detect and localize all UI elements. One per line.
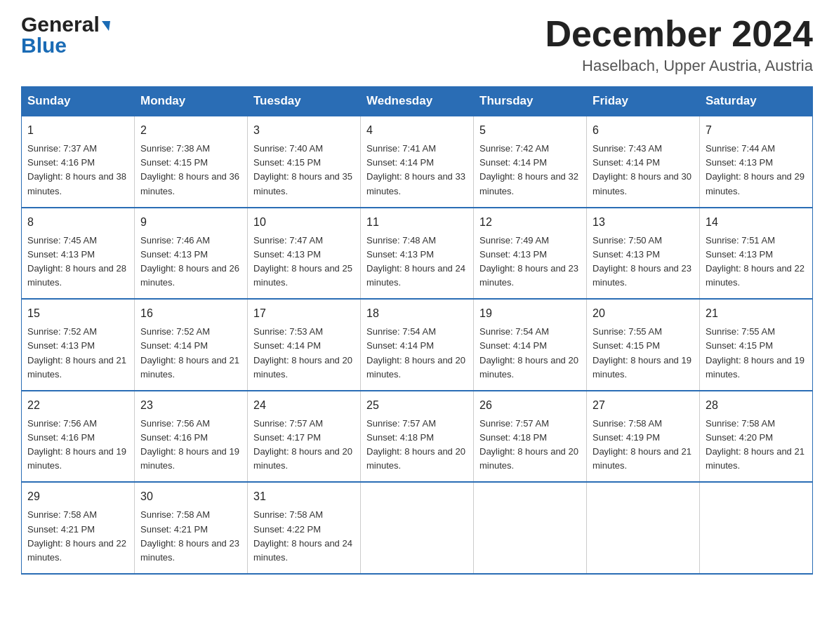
page-header: General Blue December 2024 Haselbach, Up… [21,14,813,75]
day-number: 23 [140,397,241,414]
day-number: 11 [366,214,468,231]
calendar-cell: 1 Sunrise: 7:37 AM Sunset: 4:16 PM Dayli… [22,116,135,208]
week-row-1: 1 Sunrise: 7:37 AM Sunset: 4:16 PM Dayli… [22,116,813,208]
day-number: 2 [140,122,241,139]
day-info: Sunrise: 7:52 AM Sunset: 4:13 PM Dayligh… [27,325,128,382]
calendar-cell: 23 Sunrise: 7:56 AM Sunset: 4:16 PM Dayl… [135,391,248,483]
calendar-cell: 20 Sunrise: 7:55 AM Sunset: 4:15 PM Dayl… [587,299,700,391]
day-info: Sunrise: 7:55 AM Sunset: 4:15 PM Dayligh… [593,325,694,382]
day-number: 10 [253,214,355,231]
calendar-cell: 16 Sunrise: 7:52 AM Sunset: 4:14 PM Dayl… [135,299,248,391]
day-number: 8 [27,214,128,231]
location: Haselbach, Upper Austria, Austria [545,57,813,75]
day-info: Sunrise: 7:40 AM Sunset: 4:15 PM Dayligh… [253,142,355,199]
day-number: 26 [479,397,581,414]
calendar-cell: 4 Sunrise: 7:41 AM Sunset: 4:14 PM Dayli… [361,116,474,208]
calendar-cell: 8 Sunrise: 7:45 AM Sunset: 4:13 PM Dayli… [22,208,135,300]
day-number: 5 [479,122,581,139]
calendar-cell: 3 Sunrise: 7:40 AM Sunset: 4:15 PM Dayli… [248,116,361,208]
day-number: 7 [706,122,807,139]
day-number: 24 [253,397,355,414]
day-number: 9 [140,214,241,231]
day-info: Sunrise: 7:49 AM Sunset: 4:13 PM Dayligh… [479,234,581,290]
calendar-cell: 21 Sunrise: 7:55 AM Sunset: 4:15 PM Dayl… [700,299,813,391]
calendar-cell: 15 Sunrise: 7:52 AM Sunset: 4:13 PM Dayl… [22,299,135,391]
calendar-cell: 19 Sunrise: 7:54 AM Sunset: 4:14 PM Dayl… [474,299,587,391]
day-number: 30 [140,488,241,505]
calendar-cell: 6 Sunrise: 7:43 AM Sunset: 4:14 PM Dayli… [587,116,700,208]
calendar-cell: 5 Sunrise: 7:42 AM Sunset: 4:14 PM Dayli… [474,116,587,208]
day-info: Sunrise: 7:57 AM Sunset: 4:18 PM Dayligh… [479,417,581,474]
day-number: 14 [706,214,807,231]
day-number: 4 [366,122,468,139]
day-info: Sunrise: 7:37 AM Sunset: 4:16 PM Dayligh… [27,142,128,199]
day-number: 13 [593,214,694,231]
day-number: 18 [366,305,468,322]
day-info: Sunrise: 7:53 AM Sunset: 4:14 PM Dayligh… [253,325,355,382]
calendar-cell: 13 Sunrise: 7:50 AM Sunset: 4:13 PM Dayl… [587,208,700,300]
day-info: Sunrise: 7:52 AM Sunset: 4:14 PM Dayligh… [140,325,241,382]
week-row-3: 15 Sunrise: 7:52 AM Sunset: 4:13 PM Dayl… [22,299,813,391]
day-info: Sunrise: 7:57 AM Sunset: 4:17 PM Dayligh… [253,417,355,474]
calendar-header: SundayMondayTuesdayWednesdayThursdayFrid… [22,87,813,116]
day-info: Sunrise: 7:48 AM Sunset: 4:13 PM Dayligh… [366,234,468,290]
logo: General Blue [21,14,110,56]
calendar-cell [361,482,474,574]
calendar-cell: 27 Sunrise: 7:58 AM Sunset: 4:19 PM Dayl… [587,391,700,483]
calendar-cell: 26 Sunrise: 7:57 AM Sunset: 4:18 PM Dayl… [474,391,587,483]
day-number: 22 [27,397,128,414]
calendar-cell [474,482,587,574]
calendar-cell [700,482,813,574]
weekday-monday: Monday [135,87,248,116]
day-info: Sunrise: 7:41 AM Sunset: 4:14 PM Dayligh… [366,142,468,199]
day-info: Sunrise: 7:50 AM Sunset: 4:13 PM Dayligh… [593,234,694,290]
day-number: 29 [27,488,128,505]
day-number: 20 [593,305,694,322]
day-number: 28 [706,397,807,414]
calendar-cell: 25 Sunrise: 7:57 AM Sunset: 4:18 PM Dayl… [361,391,474,483]
day-info: Sunrise: 7:44 AM Sunset: 4:13 PM Dayligh… [706,142,807,199]
calendar-cell: 2 Sunrise: 7:38 AM Sunset: 4:15 PM Dayli… [135,116,248,208]
day-info: Sunrise: 7:55 AM Sunset: 4:15 PM Dayligh… [706,325,807,382]
weekday-friday: Friday [587,87,700,116]
week-row-5: 29 Sunrise: 7:58 AM Sunset: 4:21 PM Dayl… [22,482,813,574]
logo-triangle-icon [102,21,110,31]
week-row-2: 8 Sunrise: 7:45 AM Sunset: 4:13 PM Dayli… [22,208,813,300]
calendar-cell: 24 Sunrise: 7:57 AM Sunset: 4:17 PM Dayl… [248,391,361,483]
calendar-cell: 17 Sunrise: 7:53 AM Sunset: 4:14 PM Dayl… [248,299,361,391]
day-number: 25 [366,397,468,414]
day-number: 15 [27,305,128,322]
weekday-header-row: SundayMondayTuesdayWednesdayThursdayFrid… [22,87,813,116]
calendar-body: 1 Sunrise: 7:37 AM Sunset: 4:16 PM Dayli… [22,116,813,574]
day-info: Sunrise: 7:38 AM Sunset: 4:15 PM Dayligh… [140,142,241,199]
day-info: Sunrise: 7:47 AM Sunset: 4:13 PM Dayligh… [253,234,355,290]
day-info: Sunrise: 7:54 AM Sunset: 4:14 PM Dayligh… [479,325,581,382]
calendar-cell: 11 Sunrise: 7:48 AM Sunset: 4:13 PM Dayl… [361,208,474,300]
day-info: Sunrise: 7:54 AM Sunset: 4:14 PM Dayligh… [366,325,468,382]
day-number: 31 [253,488,355,505]
day-info: Sunrise: 7:46 AM Sunset: 4:13 PM Dayligh… [140,234,241,290]
calendar-cell: 28 Sunrise: 7:58 AM Sunset: 4:20 PM Dayl… [700,391,813,483]
day-info: Sunrise: 7:42 AM Sunset: 4:14 PM Dayligh… [479,142,581,199]
day-number: 16 [140,305,241,322]
weekday-saturday: Saturday [700,87,813,116]
day-info: Sunrise: 7:57 AM Sunset: 4:18 PM Dayligh… [366,417,468,474]
day-number: 6 [593,122,694,139]
calendar-cell: 22 Sunrise: 7:56 AM Sunset: 4:16 PM Dayl… [22,391,135,483]
week-row-4: 22 Sunrise: 7:56 AM Sunset: 4:16 PM Dayl… [22,391,813,483]
day-info: Sunrise: 7:58 AM Sunset: 4:19 PM Dayligh… [593,417,694,474]
calendar-cell: 14 Sunrise: 7:51 AM Sunset: 4:13 PM Dayl… [700,208,813,300]
calendar-cell: 9 Sunrise: 7:46 AM Sunset: 4:13 PM Dayli… [135,208,248,300]
calendar-cell: 29 Sunrise: 7:58 AM Sunset: 4:21 PM Dayl… [22,482,135,574]
day-info: Sunrise: 7:43 AM Sunset: 4:14 PM Dayligh… [593,142,694,199]
weekday-tuesday: Tuesday [248,87,361,116]
title-block: December 2024 Haselbach, Upper Austria, … [545,14,813,75]
logo-blue-text: Blue [21,35,110,56]
day-info: Sunrise: 7:58 AM Sunset: 4:21 PM Dayligh… [27,508,128,565]
day-number: 21 [706,305,807,322]
weekday-thursday: Thursday [474,87,587,116]
day-number: 17 [253,305,355,322]
day-number: 12 [479,214,581,231]
day-number: 27 [593,397,694,414]
weekday-wednesday: Wednesday [361,87,474,116]
